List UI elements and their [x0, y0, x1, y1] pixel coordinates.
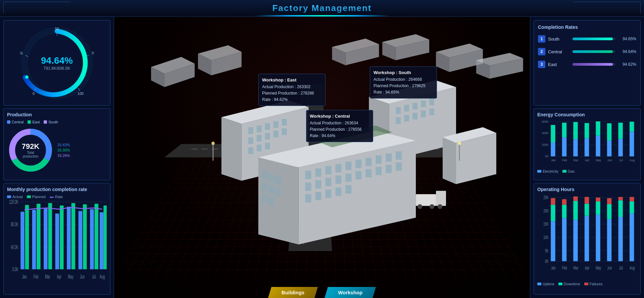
svg-rect-89 [274, 131, 279, 137]
rate-name-south: South [548, 37, 570, 42]
svg-rect-124 [345, 173, 351, 182]
tooltip-central-title: Workshop : Central [310, 113, 369, 120]
tooltip-south-actual: Actual Production : 264668 [374, 76, 433, 83]
svg-rect-133 [335, 187, 341, 196]
rate-bar-east [573, 63, 613, 66]
donut-area: 792K Total production 33.43% 33.30% 33.2… [7, 127, 107, 174]
buildings-button[interactable]: Buildings [268, 287, 318, 298]
svg-rect-36 [48, 203, 52, 269]
svg-rect-216 [607, 204, 611, 219]
gauge-value: 791.6K/836.5K [41, 66, 73, 71]
svg-rect-221 [630, 214, 634, 261]
svg-text:Aug: Aug [100, 274, 105, 280]
svg-rect-97 [396, 107, 401, 114]
rate-item-south: 1 South 94.65% [538, 35, 636, 43]
rate-value-central: 94.64% [618, 49, 636, 54]
svg-text:Feb: Feb [562, 159, 567, 162]
tooltip-south-rate: Rate : 94.65% [374, 89, 433, 96]
svg-text:Jan: Jan [22, 274, 27, 280]
svg-rect-170 [585, 138, 589, 156]
tooltip-central-actual: Actual Production : 263634 [310, 120, 369, 126]
rate-name-east: East [548, 62, 570, 67]
svg-point-12 [25, 75, 29, 79]
svg-rect-113 [335, 164, 341, 172]
tooltip-central: Workshop : Central Actual Production : 2… [306, 110, 373, 142]
header-deco-right [574, 2, 641, 13]
svg-rect-87 [257, 135, 262, 142]
completion-title: Completion Rates [538, 24, 636, 30]
svg-rect-98 [404, 105, 409, 112]
rate-bar-central [573, 50, 613, 53]
monthly-legend-planned: Planned [27, 195, 46, 199]
legend-sq-elec [537, 170, 541, 173]
svg-rect-122 [325, 178, 331, 186]
svg-rect-147 [436, 191, 446, 206]
svg-text:May: May [68, 274, 74, 280]
rate-bar-container-central [573, 50, 615, 53]
workshop-button[interactable]: Workshop [325, 287, 376, 298]
rate-bar-container-east [573, 63, 615, 66]
svg-text:Apr: Apr [585, 265, 589, 271]
energy-legend-elec: Electricity [537, 169, 558, 173]
svg-rect-141 [275, 176, 281, 184]
rate-badge-3: 3 [538, 61, 545, 68]
donut-center: 792K Total production [19, 142, 42, 158]
svg-rect-115 [355, 160, 361, 168]
svg-rect-106 [429, 109, 434, 115]
svg-rect-138 [268, 173, 275, 182]
monthly-widget: Monthly production completion rate Actua… [3, 183, 110, 295]
svg-rect-123 [335, 175, 341, 184]
svg-rect-116 [365, 158, 371, 166]
svg-rect-139 [268, 185, 275, 193]
svg-rect-34 [37, 204, 40, 270]
operating-legend-uptime: Uptime [537, 282, 554, 286]
svg-rect-137 [262, 194, 268, 202]
tooltip-east-planned: Planned Production : 278286 [262, 90, 322, 97]
svg-text:Mar: Mar [574, 159, 579, 162]
energy-legend-gas: Gas [562, 169, 575, 173]
gauge-center: 94.64% 791.6K/836.5K [41, 55, 73, 71]
svg-rect-136 [262, 182, 268, 191]
svg-text:100: 100 [77, 92, 83, 96]
svg-text:20K: 20K [543, 208, 548, 214]
svg-rect-93 [265, 143, 270, 150]
legend-dot-south [44, 120, 47, 124]
svg-rect-135 [262, 171, 268, 179]
rate-bar-south [573, 38, 613, 40]
svg-rect-39 [67, 207, 70, 270]
rate-value-east: 94.62% [618, 62, 636, 67]
svg-text:Mar: Mar [574, 265, 579, 271]
svg-rect-32 [25, 205, 29, 269]
energy-chart-svg: 600K 400K 200K 0K [537, 120, 637, 168]
svg-rect-86 [248, 137, 253, 144]
svg-rect-207 [573, 201, 578, 220]
svg-text:400K: 400K [542, 131, 548, 135]
svg-text:Mar: Mar [45, 274, 50, 280]
rate-badge-1: 1 [538, 35, 545, 43]
svg-rect-110 [305, 171, 311, 179]
svg-point-153 [211, 142, 215, 145]
svg-rect-85 [282, 119, 287, 126]
svg-text:600K: 600K [542, 120, 548, 123]
svg-rect-31 [20, 212, 24, 269]
svg-marker-79 [221, 117, 242, 181]
svg-rect-38 [60, 205, 63, 269]
header-deco-left [3, 2, 70, 13]
svg-rect-129 [396, 162, 402, 171]
svg-point-149 [430, 204, 434, 209]
svg-rect-119 [396, 151, 402, 160]
legend-dot-east [28, 120, 31, 124]
svg-rect-217 [607, 198, 611, 204]
rate-bar-container-south [573, 38, 615, 40]
svg-rect-172 [596, 135, 600, 156]
svg-rect-103 [404, 115, 409, 122]
legend-sq-actual [7, 195, 11, 198]
svg-text:80.0K: 80.0K [11, 221, 18, 228]
svg-rect-105 [421, 111, 426, 117]
svg-rect-40 [71, 203, 75, 269]
operating-widget: Operating Hours 25K 20K 15K 10K 5K 0 [534, 183, 641, 295]
rate-item-central: 2 Central 94.64% [538, 48, 636, 55]
production-legend: Central East South [7, 120, 107, 124]
monthly-legend: Actual Planned Rate [7, 195, 107, 199]
svg-rect-33 [32, 210, 36, 269]
